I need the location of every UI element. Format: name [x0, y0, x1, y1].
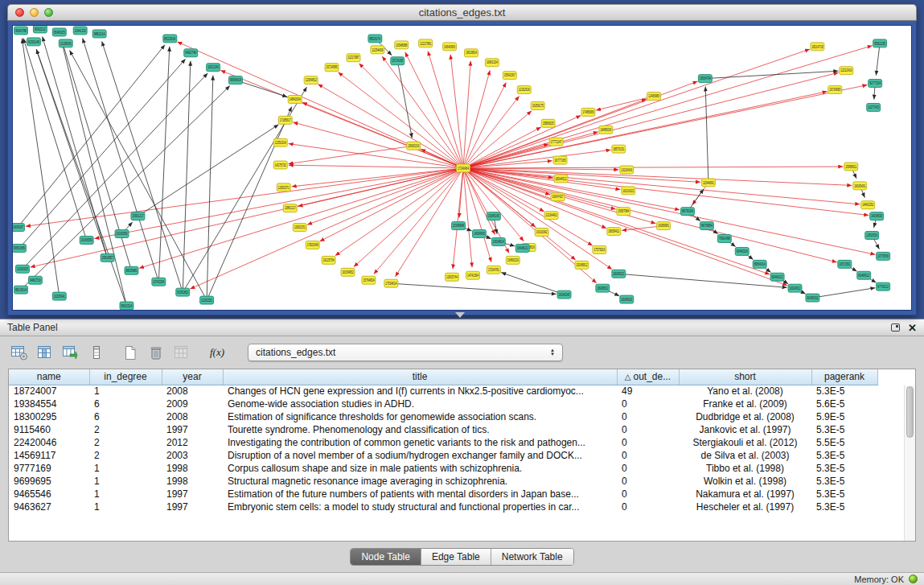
network-node[interactable]: 16640950: [443, 43, 457, 51]
network-node[interactable]: 10770536: [877, 252, 890, 260]
table-cell[interactable]: 1: [89, 475, 162, 488]
network-node[interactable]: 9245032: [806, 294, 819, 302]
table-cell[interactable]: 22420046: [9, 436, 89, 449]
table-row[interactable]: 1456911722003Disruption of a novel membe…: [9, 449, 877, 462]
table-cell[interactable]: 0: [617, 423, 679, 436]
table-cell[interactable]: 2: [89, 449, 162, 462]
table-cell[interactable]: 2003: [162, 449, 223, 462]
table-cell[interactable]: 5.9E-5: [811, 410, 877, 423]
table-cell[interactable]: 2: [89, 436, 162, 449]
table-cell[interactable]: 1997: [162, 488, 223, 501]
table-cell[interactable]: 9699695: [9, 475, 89, 488]
table-cell[interactable]: Disruption of a novel member of a sodium…: [223, 449, 617, 462]
network-node[interactable]: 18300216: [407, 142, 421, 150]
network-node[interactable]: 13216416: [620, 166, 634, 174]
network-node[interactable]: 9462716: [28, 276, 42, 284]
scrollbar-thumb[interactable]: [906, 386, 914, 438]
network-node[interactable]: 18245022: [612, 270, 626, 278]
network-node[interactable]: 14842004: [288, 96, 302, 104]
network-node[interactable]: 9277324: [869, 80, 882, 88]
table-cell[interactable]: 0: [617, 488, 679, 501]
network-node[interactable]: 17204781: [487, 266, 500, 274]
table-cell[interactable]: 5.3E-5: [811, 423, 877, 436]
network-node[interactable]: 16634794: [698, 75, 712, 83]
network-node[interactable]: 8092212: [33, 25, 47, 33]
table-cell[interactable]: 0: [617, 398, 679, 410]
network-node[interactable]: 9046912: [857, 271, 871, 279]
network-node[interactable]: 11262252: [200, 296, 214, 304]
table-cell[interactable]: 0: [617, 475, 679, 488]
network-canvas[interactable]: 1724046412054812157245851221798711254439…: [12, 25, 912, 311]
table-cell[interactable]: 5.3E-5: [811, 475, 877, 488]
network-node[interactable]: 20160550: [115, 230, 129, 238]
table-cell[interactable]: Changes of HCN gene expression and I(f) …: [223, 385, 617, 398]
table-cell[interactable]: 2008: [162, 410, 223, 423]
close-button[interactable]: [15, 8, 24, 17]
network-node[interactable]: 17240464: [457, 164, 470, 172]
network-node[interactable]: 15816857: [101, 253, 114, 262]
network-node[interactable]: 26166550: [80, 237, 93, 245]
network-node[interactable]: 12483083: [647, 93, 661, 101]
tab-edge-table[interactable]: Edge Table: [421, 549, 491, 565]
table-cell[interactable]: Corpus callosum shape and size in male p…: [223, 462, 617, 475]
table-row[interactable]: 946554611997Estimation of the future num…: [9, 488, 877, 501]
network-node[interactable]: 10205941: [52, 292, 66, 300]
table-cell[interactable]: Tibbo et al. (1998): [679, 462, 811, 475]
table-cell[interactable]: 0: [617, 501, 679, 513]
table-row[interactable]: 1830029562008Estimation of significance …: [9, 410, 877, 423]
table-row[interactable]: 1938455462009Genome-wide association stu…: [9, 398, 877, 410]
network-node[interactable]: 10961324: [485, 59, 499, 67]
table-cell[interactable]: 6: [89, 410, 162, 423]
network-node[interactable]: 9546325: [52, 28, 66, 36]
table-row[interactable]: 1872400712008Changes of HCN gene express…: [9, 385, 877, 398]
table-cell[interactable]: 9463627: [9, 501, 89, 513]
network-node[interactable]: 15957984: [617, 208, 630, 216]
table-cell[interactable]: Structural magnetic resonance image aver…: [223, 475, 617, 488]
table-cell[interactable]: 0: [617, 449, 679, 462]
network-node[interactable]: 14642291: [861, 201, 875, 209]
network-node[interactable]: 15956925: [541, 119, 555, 127]
delete-table-button[interactable]: [146, 344, 166, 361]
network-node[interactable]: 15764824: [362, 276, 376, 284]
table-cell[interactable]: 2009: [162, 398, 223, 410]
network-node[interactable]: 17185617: [278, 116, 292, 124]
network-node[interactable]: 18059421: [607, 228, 621, 236]
table-cell[interactable]: Jankovic et al. (1997): [679, 423, 811, 436]
network-node[interactable]: 9501524: [120, 302, 133, 310]
table-cell[interactable]: 1997: [162, 423, 223, 436]
network-node[interactable]: 16047427: [551, 193, 565, 201]
table-cell[interactable]: Tourette syndrome. Phenomenology and cla…: [223, 423, 617, 436]
network-node[interactable]: 16777165: [553, 156, 567, 164]
new-table-button[interactable]: [121, 344, 140, 361]
network-node[interactable]: 18245812: [596, 284, 610, 292]
table-cell[interactable]: 0: [617, 410, 679, 423]
network-node[interactable]: 12951571: [277, 183, 290, 192]
network-node[interactable]: 9861014: [92, 30, 106, 38]
network-node[interactable]: 17823345: [306, 241, 319, 249]
table-cell[interactable]: 5.3E-5: [811, 462, 877, 475]
network-node[interactable]: 15901217: [131, 212, 145, 220]
network-node[interactable]: 15724185: [391, 57, 405, 65]
table-row[interactable]: 2242004622012Investigating the contribut…: [9, 436, 877, 449]
network-node[interactable]: 7991498: [717, 235, 731, 243]
table-cell[interactable]: de Silva et al. (2003): [679, 449, 811, 462]
table-cell[interactable]: 9465546: [9, 488, 89, 501]
network-node[interactable]: 9150149: [27, 38, 40, 46]
window-titlebar[interactable]: citations_edges.txt: [7, 4, 917, 21]
network-node[interactable]: 12212419: [840, 67, 853, 75]
table-cell[interactable]: 2008: [162, 385, 223, 398]
network-node[interactable]: 18214718: [811, 43, 824, 51]
network-node[interactable]: 15456220: [506, 256, 519, 264]
network-node[interactable]: 10024512: [788, 284, 802, 292]
table-cell[interactable]: Embryonic stem cells: a model to study s…: [223, 501, 617, 513]
network-node[interactable]: 19245245: [557, 290, 571, 299]
network-node[interactable]: 17534614: [384, 279, 398, 287]
table-cell[interactable]: 9777169: [9, 462, 89, 475]
network-node[interactable]: 15542367: [503, 72, 516, 80]
network-node[interactable]: 14275732: [273, 161, 287, 169]
table-cell[interactable]: Investigating the contribution of common…: [223, 436, 617, 449]
network-node[interactable]: 16648121: [515, 244, 529, 252]
show-columns-button[interactable]: [35, 344, 55, 361]
network-node[interactable]: 15345145: [487, 212, 500, 220]
network-node[interactable]: 12810516: [865, 232, 879, 240]
